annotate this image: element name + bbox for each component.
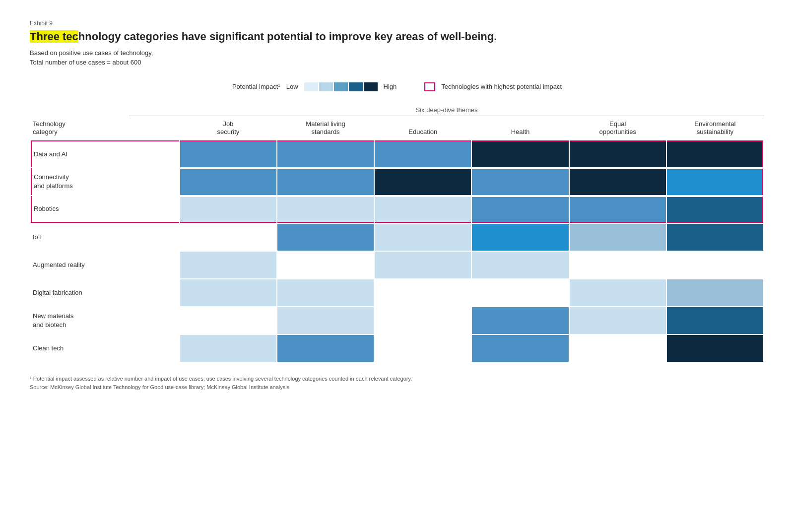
cell-r1-c3 [472, 168, 568, 195]
column-header-row: Technologycategory Jobsecurity Material … [31, 117, 763, 140]
cell-r6-c1 [277, 307, 374, 334]
subtitle: Based on positive use cases of technolog… [30, 48, 764, 67]
main-table: Technologycategory Jobsecurity Material … [30, 116, 764, 363]
potential-impact-label: Potential impact¹ [232, 83, 280, 90]
cell-r1-c5 [667, 168, 763, 195]
table-row: Robotics [31, 196, 763, 223]
cell-r1-c0 [180, 168, 276, 195]
footnote-source: Source: McKinsey Global Institute Techno… [30, 383, 764, 392]
cell-r4-c2 [375, 252, 471, 278]
col-header-category: Technologycategory [31, 117, 179, 140]
cell-r5-c5 [667, 279, 763, 306]
table-row: Clean tech [31, 335, 763, 362]
cell-r7-c5 [667, 335, 763, 362]
cell-r2-c5 [667, 196, 763, 223]
table-row: IoT [31, 224, 763, 251]
cell-r3-c5 [667, 224, 763, 251]
col-health: Health [472, 117, 568, 140]
cell-r4-c3 [472, 252, 568, 278]
chart-container: Six deep-dive themes Technologycategory … [30, 106, 764, 363]
row-label-5: Digital fabrication [31, 279, 179, 306]
cell-r7-c0 [180, 335, 276, 362]
row-label-0: Data and AI [31, 140, 179, 167]
cell-r7-c4 [570, 335, 666, 362]
col-material-living: Material livingstandards [277, 117, 374, 140]
row-label-7: Clean tech [31, 335, 179, 362]
exhibit-label: Exhibit 9 [30, 20, 764, 27]
cell-r5-c0 [180, 279, 276, 306]
cell-r7-c3 [472, 335, 568, 362]
cell-r6-c3 [472, 307, 568, 334]
cell-r6-c4 [570, 307, 666, 334]
legend-gradient [304, 82, 378, 91]
cell-r2-c3 [472, 196, 568, 223]
cell-r2-c0 [180, 196, 276, 223]
title-highlight: Three tec [30, 30, 78, 43]
legend-pink-box [424, 82, 435, 91]
cell-r2-c2 [375, 196, 471, 223]
cell-r4-c4 [570, 252, 666, 278]
swatch-3 [334, 82, 348, 91]
cell-r0-c0 [180, 140, 276, 167]
cell-r1-c4 [570, 168, 666, 195]
cell-r2-c4 [570, 196, 666, 223]
col-equal-opp: Equalopportunities [570, 117, 666, 140]
cell-r4-c1 [277, 252, 374, 278]
cell-r5-c4 [570, 279, 666, 306]
cell-r4-c5 [667, 252, 763, 278]
title-after: hnology categories have significant pote… [78, 30, 497, 43]
row-label-2: Robotics [31, 196, 179, 223]
cell-r6-c5 [667, 307, 763, 334]
swatch-4 [349, 82, 363, 91]
cell-r3-c3 [472, 224, 568, 251]
footnote: ¹ Potential impact assessed as relative … [30, 375, 764, 391]
cell-r3-c0 [180, 224, 276, 251]
cell-r5-c3 [472, 279, 568, 306]
row-label-1: Connectivityand platforms [31, 168, 179, 195]
main-title: Three technology categories have signifi… [30, 30, 764, 44]
cell-r3-c4 [570, 224, 666, 251]
cell-r1-c2 [375, 168, 471, 195]
swatch-1 [304, 82, 318, 91]
cell-r2-c1 [277, 196, 374, 223]
swatch-5 [364, 82, 378, 91]
footnote-note: ¹ Potential impact assessed as relative … [30, 375, 764, 383]
swatch-2 [319, 82, 333, 91]
row-label-3: IoT [31, 224, 179, 251]
cell-r0-c2 [375, 140, 471, 167]
cell-r6-c2 [375, 307, 471, 334]
cell-r0-c5 [667, 140, 763, 167]
cell-r3-c2 [375, 224, 471, 251]
cell-r6-c0 [180, 307, 276, 334]
table-row: Digital fabrication [31, 279, 763, 306]
col-job-security: Jobsecurity [180, 117, 276, 140]
row-label-4: Augmented reality [31, 252, 179, 278]
cell-r0-c4 [570, 140, 666, 167]
cell-r5-c1 [277, 279, 374, 306]
col-env-sustainability: Environmentalsustainability [667, 117, 763, 140]
cell-r5-c2 [375, 279, 471, 306]
table-row: Data and AI [31, 140, 763, 167]
cell-r7-c1 [277, 335, 374, 362]
cell-r0-c3 [472, 140, 568, 167]
high-label: High [384, 83, 397, 90]
cell-r3-c1 [277, 224, 374, 251]
col-education: Education [375, 117, 471, 140]
table-row: New materialsand biotech [31, 307, 763, 334]
row-label-6: New materialsand biotech [31, 307, 179, 334]
box-label: Technologies with highest potential impa… [441, 83, 562, 90]
table-row: Connectivityand platforms [31, 168, 763, 195]
low-label: Low [286, 83, 298, 90]
cell-r4-c0 [180, 252, 276, 278]
legend: Potential impact¹ Low High Technologies … [30, 82, 764, 91]
cell-r0-c1 [277, 140, 374, 167]
cell-r7-c2 [375, 335, 471, 362]
cell-r1-c1 [277, 168, 374, 195]
table-row: Augmented reality [31, 252, 763, 278]
section-header: Six deep-dive themes [129, 106, 764, 116]
